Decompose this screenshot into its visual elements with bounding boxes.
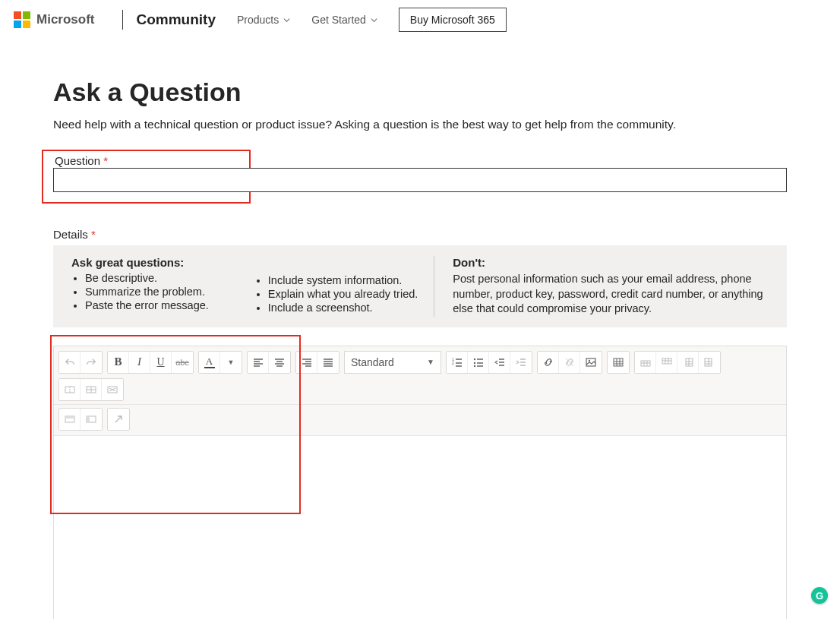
nav-get-started[interactable]: Get Started bbox=[311, 14, 377, 26]
remove-link-button[interactable] bbox=[559, 352, 580, 373]
unlink-icon bbox=[564, 357, 575, 368]
table-icon bbox=[613, 357, 624, 368]
redo-button[interactable] bbox=[81, 352, 102, 373]
col-left-icon bbox=[683, 357, 693, 368]
clear-format-button[interactable] bbox=[108, 409, 129, 430]
details-label-text: Details bbox=[53, 228, 88, 241]
svg-rect-7 bbox=[614, 358, 623, 366]
table-row-above-button[interactable] bbox=[635, 352, 656, 373]
table-row-below-button[interactable] bbox=[656, 352, 677, 373]
bold-button[interactable]: B bbox=[108, 352, 129, 373]
list-item: Summarize the problem. bbox=[85, 286, 209, 298]
row-above-icon bbox=[640, 357, 651, 368]
microsoft-logo-icon bbox=[14, 11, 30, 28]
numbered-list-button[interactable]: 12 bbox=[447, 352, 468, 373]
editor-body[interactable] bbox=[54, 436, 786, 619]
nav-products-label: Products bbox=[237, 14, 279, 26]
align-justify-icon bbox=[323, 357, 333, 368]
table-header-col-button[interactable] bbox=[81, 409, 102, 430]
list-item: Paste the error message. bbox=[85, 299, 209, 311]
svg-text:2: 2 bbox=[452, 361, 454, 365]
table-header-row-button[interactable] bbox=[59, 409, 81, 430]
strikethrough-button[interactable]: abc bbox=[172, 352, 193, 373]
hints-do-title: Ask great questions: bbox=[71, 256, 209, 269]
table-col-left-button[interactable] bbox=[677, 352, 699, 373]
table-merge-button[interactable] bbox=[59, 379, 81, 400]
question-label: Question * bbox=[46, 154, 246, 167]
paragraph-style-select[interactable]: Standard ▼ bbox=[344, 351, 441, 374]
link-icon bbox=[543, 357, 554, 368]
question-input[interactable] bbox=[53, 168, 787, 192]
caret-down-icon: ▼ bbox=[427, 358, 434, 366]
table-delete-button[interactable] bbox=[102, 379, 123, 400]
col-right-icon bbox=[704, 357, 715, 368]
table-split-button[interactable] bbox=[81, 379, 102, 400]
table-col-right-button[interactable] bbox=[699, 352, 720, 373]
svg-point-2 bbox=[473, 358, 475, 359]
buy-microsoft-365-button[interactable]: Buy Microsoft 365 bbox=[399, 8, 507, 32]
italic-button[interactable]: I bbox=[129, 352, 150, 373]
grammarly-icon: G bbox=[816, 590, 823, 602]
insert-image-button[interactable] bbox=[580, 352, 602, 373]
hints-do-col2: Include system information. Explain what… bbox=[254, 274, 418, 314]
undo-button[interactable] bbox=[59, 352, 81, 373]
nav-products[interactable]: Products bbox=[237, 14, 290, 26]
caret-down-icon: ▼ bbox=[228, 358, 235, 366]
header-row-icon bbox=[65, 414, 75, 425]
align-right-button[interactable] bbox=[296, 352, 317, 373]
required-mark: * bbox=[103, 154, 108, 167]
required-mark: * bbox=[91, 228, 96, 241]
merge-cells-icon bbox=[65, 384, 75, 395]
align-right-icon bbox=[302, 357, 312, 368]
hints-panel: Ask great questions: Be descriptive. Sum… bbox=[53, 245, 787, 327]
outdent-icon bbox=[494, 357, 505, 368]
editor-wrap: B I U abc A ▼ bbox=[53, 346, 787, 619]
align-left-button[interactable] bbox=[248, 352, 269, 373]
details-label: Details * bbox=[53, 228, 787, 241]
chevron-down-icon bbox=[371, 17, 377, 24]
numbered-list-icon: 12 bbox=[452, 357, 463, 368]
text-color-button[interactable]: A bbox=[199, 352, 220, 373]
align-center-button[interactable] bbox=[269, 352, 290, 373]
header-separator bbox=[122, 10, 123, 30]
hints-dont-title: Don't: bbox=[453, 256, 769, 269]
svg-point-6 bbox=[589, 359, 590, 361]
redo-icon bbox=[86, 357, 96, 368]
main-content: Ask a Question Need help with a technica… bbox=[0, 77, 840, 619]
header-col-icon bbox=[86, 414, 96, 425]
list-item: Include system information. bbox=[268, 274, 418, 286]
hints-dont: Don't: Post personal information such as… bbox=[434, 256, 769, 317]
undo-icon bbox=[65, 357, 75, 368]
rich-text-editor: B I U abc A ▼ bbox=[53, 346, 787, 619]
page-subtitle: Need help with a technical question or p… bbox=[53, 118, 787, 131]
clear-format-icon bbox=[113, 414, 124, 425]
chevron-down-icon bbox=[283, 17, 290, 24]
svg-point-3 bbox=[473, 362, 475, 363]
community-link[interactable]: Community bbox=[137, 11, 216, 28]
text-color-dropdown[interactable]: ▼ bbox=[220, 352, 242, 373]
header-bar: Microsoft Community Products Get Started… bbox=[0, 0, 840, 43]
svg-rect-16 bbox=[65, 416, 74, 418]
insert-table-button[interactable] bbox=[608, 352, 629, 373]
align-center-icon bbox=[274, 357, 285, 368]
bulleted-list-icon bbox=[473, 357, 484, 368]
text-color-icon: A bbox=[204, 356, 215, 368]
editor-toolbar-row1: B I U abc A ▼ bbox=[54, 346, 786, 405]
indent-icon bbox=[516, 357, 526, 368]
grammarly-badge[interactable]: G bbox=[811, 587, 828, 604]
split-cells-icon bbox=[86, 384, 96, 395]
outdent-button[interactable] bbox=[489, 352, 510, 373]
question-field-wrap: Question * bbox=[53, 150, 787, 204]
microsoft-logo[interactable]: Microsoft bbox=[14, 11, 95, 28]
microsoft-wordmark: Microsoft bbox=[36, 12, 95, 27]
paragraph-style-value: Standard bbox=[351, 356, 394, 368]
hints-dont-text: Post personal information such as your e… bbox=[453, 272, 769, 317]
image-icon bbox=[586, 357, 596, 368]
page-title: Ask a Question bbox=[53, 77, 787, 107]
underline-button[interactable]: U bbox=[150, 352, 172, 373]
insert-link-button[interactable] bbox=[538, 352, 559, 373]
align-justify-button[interactable] bbox=[317, 352, 339, 373]
list-item: Include a screenshot. bbox=[268, 302, 418, 314]
bulleted-list-button[interactable] bbox=[468, 352, 489, 373]
indent-button[interactable] bbox=[510, 352, 532, 373]
